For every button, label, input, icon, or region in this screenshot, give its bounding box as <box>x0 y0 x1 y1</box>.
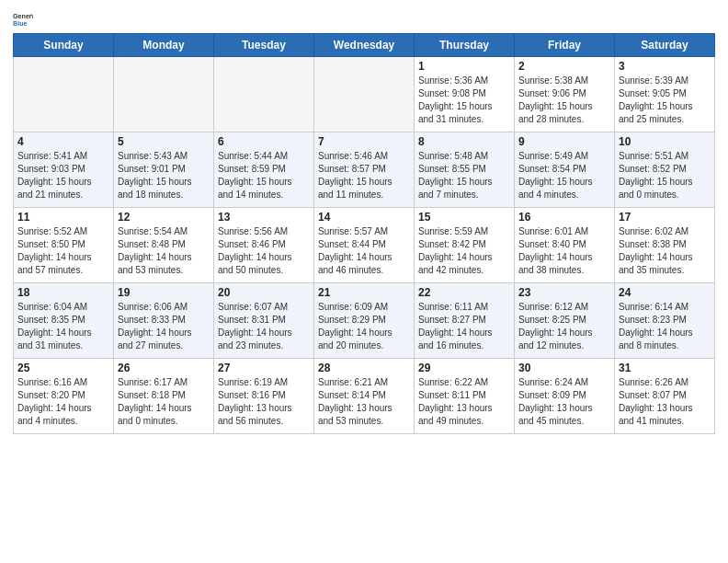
calendar-cell <box>14 57 114 132</box>
calendar-cell: 15Sunrise: 5:59 AM Sunset: 8:42 PM Dayli… <box>415 208 515 283</box>
day-number: 26 <box>118 362 210 374</box>
calendar-cell: 24Sunrise: 6:14 AM Sunset: 8:23 PM Dayli… <box>615 283 715 359</box>
day-info: Sunrise: 5:49 AM Sunset: 8:54 PM Dayligh… <box>518 150 610 201</box>
calendar-cell <box>114 57 214 132</box>
calendar-week-5: 25Sunrise: 6:16 AM Sunset: 8:20 PM Dayli… <box>14 359 715 434</box>
day-number: 7 <box>318 135 410 148</box>
calendar-cell: 20Sunrise: 6:07 AM Sunset: 8:31 PM Dayli… <box>214 283 314 359</box>
day-number: 22 <box>418 286 510 299</box>
day-number: 2 <box>518 60 610 73</box>
calendar-cell: 9Sunrise: 5:49 AM Sunset: 8:54 PM Daylig… <box>515 132 615 208</box>
day-number: 23 <box>518 286 610 299</box>
day-number: 31 <box>619 362 711 374</box>
calendar-cell: 29Sunrise: 6:22 AM Sunset: 8:11 PM Dayli… <box>415 359 515 434</box>
day-number: 3 <box>619 60 711 73</box>
day-number: 20 <box>218 286 310 299</box>
calendar-cell: 8Sunrise: 5:48 AM Sunset: 8:55 PM Daylig… <box>415 132 515 208</box>
day-number: 16 <box>518 211 610 224</box>
day-header-monday: Monday <box>114 34 214 57</box>
day-number: 21 <box>318 286 410 299</box>
day-info: Sunrise: 6:07 AM Sunset: 8:31 PM Dayligh… <box>218 301 310 352</box>
day-info: Sunrise: 6:14 AM Sunset: 8:23 PM Dayligh… <box>619 301 711 352</box>
page-container: General Blue SundayMondayTuesdayWednesda… <box>0 0 728 440</box>
calendar-cell: 12Sunrise: 5:54 AM Sunset: 8:48 PM Dayli… <box>114 208 214 283</box>
day-number: 28 <box>318 362 410 374</box>
day-info: Sunrise: 5:38 AM Sunset: 9:06 PM Dayligh… <box>518 75 610 126</box>
calendar-cell: 13Sunrise: 5:56 AM Sunset: 8:46 PM Dayli… <box>214 208 314 283</box>
day-number: 30 <box>518 362 610 374</box>
day-number: 13 <box>218 211 310 224</box>
calendar-cell: 7Sunrise: 5:46 AM Sunset: 8:57 PM Daylig… <box>314 132 415 208</box>
day-number: 1 <box>418 60 510 73</box>
calendar-cell: 2Sunrise: 5:38 AM Sunset: 9:06 PM Daylig… <box>515 57 615 132</box>
calendar-cell: 16Sunrise: 6:01 AM Sunset: 8:40 PM Dayli… <box>515 208 615 283</box>
day-info: Sunrise: 6:16 AM Sunset: 8:20 PM Dayligh… <box>17 376 109 428</box>
day-header-thursday: Thursday <box>415 34 515 57</box>
day-info: Sunrise: 5:51 AM Sunset: 8:52 PM Dayligh… <box>619 150 711 201</box>
day-info: Sunrise: 6:09 AM Sunset: 8:29 PM Dayligh… <box>318 301 410 352</box>
calendar-cell: 30Sunrise: 6:24 AM Sunset: 8:09 PM Dayli… <box>515 359 615 434</box>
calendar-week-3: 11Sunrise: 5:52 AM Sunset: 8:50 PM Dayli… <box>14 208 715 283</box>
day-info: Sunrise: 6:06 AM Sunset: 8:33 PM Dayligh… <box>118 301 210 352</box>
day-number: 12 <box>118 211 210 224</box>
day-header-wednesday: Wednesday <box>314 34 415 57</box>
day-number: 18 <box>17 286 109 299</box>
day-info: Sunrise: 6:11 AM Sunset: 8:27 PM Dayligh… <box>418 301 510 352</box>
calendar-cell: 21Sunrise: 6:09 AM Sunset: 8:29 PM Dayli… <box>314 283 415 359</box>
day-info: Sunrise: 6:22 AM Sunset: 8:11 PM Dayligh… <box>418 376 510 428</box>
day-header-sunday: Sunday <box>14 34 114 57</box>
day-info: Sunrise: 6:17 AM Sunset: 8:18 PM Dayligh… <box>118 376 210 428</box>
day-number: 6 <box>218 135 310 148</box>
day-number: 19 <box>118 286 210 299</box>
day-header-friday: Friday <box>515 34 615 57</box>
logo-icon: General Blue <box>13 9 33 29</box>
day-info: Sunrise: 6:21 AM Sunset: 8:14 PM Dayligh… <box>318 376 410 428</box>
calendar-cell: 27Sunrise: 6:19 AM Sunset: 8:16 PM Dayli… <box>214 359 314 434</box>
day-number: 15 <box>418 211 510 224</box>
header: General Blue <box>13 9 715 29</box>
calendar-week-2: 4Sunrise: 5:41 AM Sunset: 9:03 PM Daylig… <box>14 132 715 208</box>
calendar-header-row: SundayMondayTuesdayWednesdayThursdayFrid… <box>14 34 715 57</box>
day-info: Sunrise: 5:44 AM Sunset: 8:59 PM Dayligh… <box>218 150 310 201</box>
day-number: 5 <box>118 135 210 148</box>
day-number: 4 <box>17 135 109 148</box>
calendar-week-4: 18Sunrise: 6:04 AM Sunset: 8:35 PM Dayli… <box>14 283 715 359</box>
calendar-cell: 17Sunrise: 6:02 AM Sunset: 8:38 PM Dayli… <box>615 208 715 283</box>
calendar-cell: 23Sunrise: 6:12 AM Sunset: 8:25 PM Dayli… <box>515 283 615 359</box>
day-info: Sunrise: 5:39 AM Sunset: 9:05 PM Dayligh… <box>619 75 711 126</box>
day-info: Sunrise: 5:46 AM Sunset: 8:57 PM Dayligh… <box>318 150 410 201</box>
day-info: Sunrise: 5:48 AM Sunset: 8:55 PM Dayligh… <box>418 150 510 201</box>
calendar-cell: 4Sunrise: 5:41 AM Sunset: 9:03 PM Daylig… <box>14 132 114 208</box>
day-number: 8 <box>418 135 510 148</box>
calendar-cell: 14Sunrise: 5:57 AM Sunset: 8:44 PM Dayli… <box>314 208 415 283</box>
day-number: 29 <box>418 362 510 374</box>
day-info: Sunrise: 6:04 AM Sunset: 8:35 PM Dayligh… <box>17 301 109 352</box>
calendar-cell: 26Sunrise: 6:17 AM Sunset: 8:18 PM Dayli… <box>114 359 214 434</box>
day-info: Sunrise: 6:12 AM Sunset: 8:25 PM Dayligh… <box>518 301 610 352</box>
calendar-cell: 22Sunrise: 6:11 AM Sunset: 8:27 PM Dayli… <box>415 283 515 359</box>
day-number: 25 <box>17 362 109 374</box>
calendar-week-1: 1Sunrise: 5:36 AM Sunset: 9:08 PM Daylig… <box>14 57 715 132</box>
day-info: Sunrise: 5:54 AM Sunset: 8:48 PM Dayligh… <box>118 225 210 277</box>
day-number: 24 <box>619 286 711 299</box>
day-info: Sunrise: 5:57 AM Sunset: 8:44 PM Dayligh… <box>318 225 410 277</box>
day-info: Sunrise: 5:59 AM Sunset: 8:42 PM Dayligh… <box>418 225 510 277</box>
day-info: Sunrise: 6:19 AM Sunset: 8:16 PM Dayligh… <box>218 376 310 428</box>
day-info: Sunrise: 5:56 AM Sunset: 8:46 PM Dayligh… <box>218 225 310 277</box>
calendar-cell: 10Sunrise: 5:51 AM Sunset: 8:52 PM Dayli… <box>615 132 715 208</box>
svg-text:Blue: Blue <box>13 20 28 28</box>
calendar-cell: 5Sunrise: 5:43 AM Sunset: 9:01 PM Daylig… <box>114 132 214 208</box>
calendar-cell <box>214 57 314 132</box>
calendar-table: SundayMondayTuesdayWednesdayThursdayFrid… <box>13 33 715 434</box>
calendar-cell: 6Sunrise: 5:44 AM Sunset: 8:59 PM Daylig… <box>214 132 314 208</box>
day-number: 9 <box>518 135 610 148</box>
calendar-body: 1Sunrise: 5:36 AM Sunset: 9:08 PM Daylig… <box>14 57 715 434</box>
day-number: 11 <box>17 211 109 224</box>
calendar-cell: 18Sunrise: 6:04 AM Sunset: 8:35 PM Dayli… <box>14 283 114 359</box>
logo: General Blue <box>13 9 33 29</box>
day-info: Sunrise: 6:26 AM Sunset: 8:07 PM Dayligh… <box>619 376 711 428</box>
day-header-tuesday: Tuesday <box>214 34 314 57</box>
calendar-cell: 28Sunrise: 6:21 AM Sunset: 8:14 PM Dayli… <box>314 359 415 434</box>
svg-text:General: General <box>13 13 33 20</box>
day-number: 17 <box>619 211 711 224</box>
